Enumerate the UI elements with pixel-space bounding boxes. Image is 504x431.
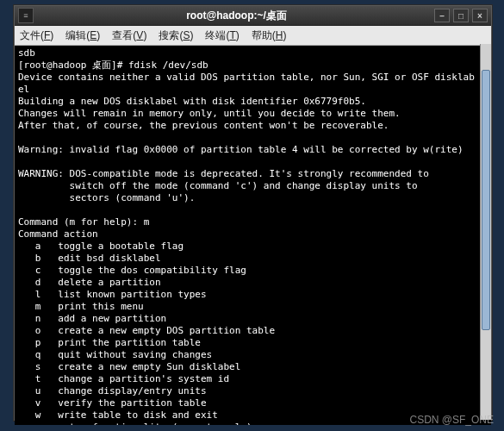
menu-file[interactable]: 文件(F) [20, 28, 53, 43]
window-title: root@hadoop:~/桌面 [39, 9, 434, 23]
minimize-button[interactable]: – [434, 9, 450, 22]
app-icon: ≡ [18, 8, 34, 23]
terminal-output[interactable]: sdb [root@hadoop 桌面]# fdisk /dev/sdb Dev… [15, 46, 491, 425]
scrollbar[interactable] [480, 44, 491, 420]
menubar: 文件(F) 编辑(E) 查看(V) 搜索(S) 终端(T) 帮助(H) [15, 26, 491, 46]
window-buttons: – □ × [434, 9, 488, 22]
menu-search[interactable]: 搜索(S) [159, 28, 193, 43]
menu-view[interactable]: 查看(V) [112, 28, 146, 43]
menu-terminal[interactable]: 终端(T) [205, 28, 239, 43]
terminal-window: ≡ root@hadoop:~/桌面 – □ × 文件(F) 编辑(E) 查看(… [14, 5, 492, 421]
maximize-button[interactable]: □ [453, 9, 469, 22]
menu-edit[interactable]: 编辑(E) [65, 28, 100, 43]
menu-help[interactable]: 帮助(H) [252, 28, 287, 43]
close-button[interactable]: × [472, 9, 488, 22]
titlebar[interactable]: ≡ root@hadoop:~/桌面 – □ × [15, 6, 491, 26]
scrollbar-thumb[interactable] [482, 70, 490, 330]
terminal-text: sdb [root@hadoop 桌面]# fdisk /dev/sdb Dev… [18, 47, 475, 425]
watermark: CSDN @SF_ONE [409, 414, 494, 426]
